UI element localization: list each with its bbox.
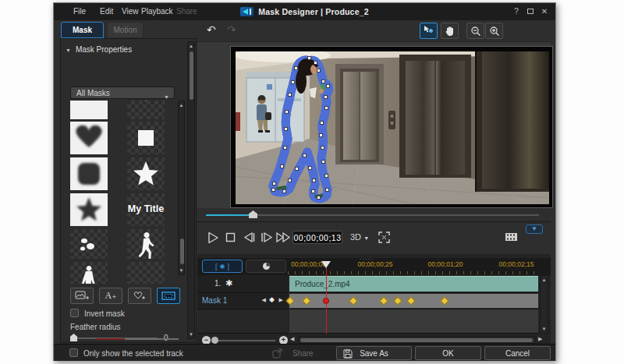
image-mask-button[interactable] — [70, 288, 94, 304]
mask-control-point[interactable] — [291, 80, 295, 84]
tab-motion[interactable]: Motion — [107, 22, 144, 38]
scroll-left-icon[interactable]: ◀ — [290, 336, 294, 342]
mask-control-point[interactable] — [294, 66, 298, 70]
mask-thumbnail-heart-bottom[interactable] — [127, 101, 165, 119]
playhead-handle[interactable] — [321, 261, 331, 273]
mask-thumbnail-person-standing[interactable] — [70, 262, 108, 284]
seek-bar[interactable] — [197, 208, 551, 221]
next-keyframe-icon[interactable]: ▶ — [279, 297, 283, 303]
scroll-right-icon[interactable]: ▶ — [538, 336, 542, 342]
mask-control-point[interactable] — [311, 189, 315, 193]
mask-thumbnail-star[interactable] — [70, 193, 108, 226]
keyframe-timer-button[interactable] — [246, 260, 286, 273]
zoom-out-button[interactable] — [466, 23, 484, 39]
mask-thumbnail-square[interactable] — [127, 122, 165, 154]
timeline-hscrollbar[interactable] — [298, 336, 536, 344]
help-button[interactable]: ? — [511, 6, 522, 17]
keyframe-diamond-icon[interactable]: ◆ — [269, 295, 275, 303]
mask-filter-dropdown[interactable]: All Masks▼ — [70, 87, 175, 99]
mask-control-point[interactable] — [326, 84, 330, 88]
mask-control-point[interactable] — [295, 167, 299, 171]
keyframe-diamond[interactable] — [379, 296, 388, 305]
mask-thumbnail-star[interactable] — [127, 157, 165, 190]
timeline-vscrollbar[interactable]: ▲ ▼ — [540, 275, 548, 334]
ok-button[interactable]: OK — [415, 346, 481, 360]
video-track-header[interactable]: 1. ✱ — [197, 275, 288, 293]
timeline-zoom-track[interactable] — [213, 340, 275, 341]
stop-button[interactable] — [225, 232, 236, 242]
panel-scrollbar[interactable]: ▲ ▼ — [187, 41, 195, 339]
menu-file[interactable]: File — [73, 7, 86, 16]
scroll-down-icon[interactable]: ▼ — [541, 327, 548, 331]
mask-control-point[interactable] — [288, 93, 292, 97]
scroll-down-icon[interactable]: ▼ — [179, 268, 184, 273]
grid-scrollbar-thumb[interactable] — [180, 239, 184, 264]
timecode-display[interactable]: 00;00;00;13 — [292, 231, 342, 244]
mask-control-point[interactable] — [307, 56, 311, 60]
scroll-up-icon[interactable]: ▲ — [541, 277, 548, 282]
mask-control-point[interactable] — [317, 196, 321, 200]
undo-button[interactable]: ↶ — [207, 23, 216, 36]
mask-control-point[interactable] — [284, 127, 288, 131]
mask-control-point[interactable] — [288, 178, 292, 182]
feather-slider-thumb[interactable] — [70, 334, 77, 341]
zoom-in-button[interactable] — [485, 23, 503, 39]
maximize-button[interactable] — [525, 6, 536, 17]
mask-control-point[interactable] — [272, 182, 276, 186]
invert-mask-checkbox[interactable] — [70, 309, 79, 317]
scroll-up-icon[interactable]: ▲ — [188, 44, 194, 48]
grid-scrollbar[interactable]: ▲ ▼ — [178, 101, 185, 275]
mask-thumbnail-text[interactable]: My Title — [127, 193, 165, 226]
fullscreen-button[interactable] — [378, 231, 390, 243]
move-tool-button[interactable] — [420, 23, 438, 39]
mask-control-point[interactable] — [285, 110, 289, 114]
scroll-down-icon[interactable]: ▼ — [188, 332, 194, 337]
section-header[interactable]: ▼Mask Properties — [66, 45, 132, 54]
timeline-zoom-thumb[interactable] — [211, 337, 218, 344]
mask-control-point[interactable] — [282, 189, 286, 193]
mask-thumbnail-ribbon[interactable] — [70, 101, 108, 119]
mask-control-point[interactable] — [280, 164, 284, 168]
keyframe-diamond[interactable] — [393, 296, 402, 305]
play-button[interactable] — [207, 231, 219, 244]
menu-edit[interactable]: Edit — [100, 7, 113, 16]
mask-control-point[interactable] — [321, 160, 325, 164]
keyframe-diamond[interactable] — [349, 296, 357, 305]
close-button[interactable]: ✕ — [539, 6, 550, 17]
scroll-up-icon[interactable]: ▲ — [179, 103, 184, 108]
mask-thumbnail-heart[interactable] — [70, 122, 108, 154]
mask-control-point[interactable] — [320, 121, 324, 125]
mask-control-point[interactable] — [317, 69, 321, 72]
rectangle-mask-button[interactable] — [157, 288, 180, 304]
previous-frame-button[interactable] — [243, 232, 256, 242]
mask-thumbnail-fragments[interactable] — [70, 229, 108, 259]
mask-control-point[interactable] — [312, 178, 316, 182]
redo-button[interactable]: ↷ — [227, 23, 236, 36]
mode-3d-button[interactable]: 3D ▼ — [350, 232, 369, 242]
menu-view[interactable]: View — [122, 7, 139, 16]
mask-control-point[interactable] — [321, 146, 324, 150]
only-selected-track-checkbox[interactable] — [69, 348, 78, 357]
mask-control-point[interactable] — [324, 106, 328, 110]
mask-control-point[interactable] — [283, 146, 287, 150]
text-mask-button[interactable]: A₊ — [99, 288, 122, 304]
keyframe-diamond[interactable] — [440, 296, 448, 305]
video-preview[interactable] — [236, 51, 549, 204]
panel-scrollbar-thumb[interactable] — [190, 51, 193, 100]
save-as-button[interactable]: Save As — [336, 346, 412, 360]
film-snapshot-button[interactable] — [505, 232, 518, 242]
next-frame-button[interactable] — [261, 232, 273, 242]
mask-thumbnail-rounded-square[interactable] — [70, 157, 108, 190]
mask-control-point[interactable] — [271, 188, 275, 192]
hand-tool-button[interactable] — [441, 23, 459, 39]
cancel-button[interactable]: Cancel — [484, 346, 551, 360]
mask-thumbnail-person-walking[interactable] — [127, 229, 165, 259]
tab-mask[interactable]: Mask — [61, 22, 104, 38]
mask-control-point[interactable] — [303, 154, 307, 157]
mask-control-point[interactable] — [319, 133, 323, 137]
seek-thumb[interactable] — [249, 210, 257, 218]
timeline-hscrollbar-thumb[interactable] — [300, 338, 533, 342]
shape-mask-button[interactable] — [128, 288, 151, 304]
mask-track-header[interactable]: Mask 1 ◀ ◆ ▶ — [197, 293, 288, 309]
mask-control-point[interactable] — [321, 80, 325, 83]
